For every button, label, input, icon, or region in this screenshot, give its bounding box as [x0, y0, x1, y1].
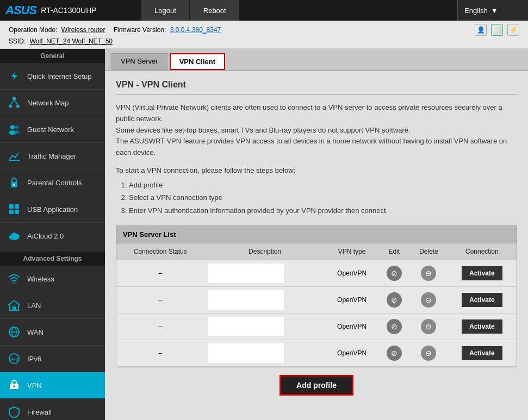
svg-point-20 — [11, 233, 17, 238]
edit-button-1[interactable]: ⊘ — [387, 292, 402, 308]
cloud-icon — [7, 228, 22, 243]
connection-cell-3[interactable]: Activate — [448, 340, 517, 367]
th-delete: Delete — [410, 243, 448, 260]
vpn-server-list: VPN Server List Connection Status Descri… — [116, 225, 517, 367]
delete-button-1[interactable]: ⊖ — [421, 292, 436, 308]
sidebar-item-wan[interactable]: WAN — [0, 319, 105, 346]
sidebar-label-wan: WAN — [27, 328, 44, 336]
info-icons: 👤 ⬜ ⚡ — [475, 24, 519, 36]
sidebar-item-guest-network[interactable]: Guest Network — [0, 116, 105, 143]
sidebar-label-traffic-manager: Traffic Manager — [27, 152, 76, 160]
network-status-icon[interactable]: ⬜ — [491, 24, 503, 36]
tab-bar: VPN Server VPN Client — [105, 49, 528, 71]
th-connection-status: Connection Status — [116, 243, 204, 260]
svg-point-6 — [10, 125, 15, 129]
sidebar-label-network-map: Network Map — [27, 99, 69, 107]
advanced-section-title: Advanced Settings — [0, 252, 105, 266]
svg-text:IPv6: IPv6 — [10, 358, 18, 361]
edit-button-0[interactable]: ⊘ — [387, 266, 402, 281]
activate-button-1[interactable]: Activate — [462, 293, 502, 307]
language-label: English — [464, 7, 488, 15]
description-cell-2[interactable] — [204, 314, 326, 340]
sidebar-item-ipv6[interactable]: IPv6 IPv6 — [0, 346, 105, 372]
description-cell-1[interactable] — [204, 287, 326, 314]
logo-area: ASUS RT-AC1300UHP — [0, 0, 141, 21]
edit-button-3[interactable]: ⊘ — [387, 346, 402, 361]
asus-logo: ASUS — [5, 3, 36, 17]
svg-rect-13 — [9, 204, 14, 209]
edit-cell-1[interactable]: ⊘ — [378, 287, 411, 314]
delete-cell-3[interactable]: ⊖ — [410, 340, 448, 367]
vpn-type-cell-2: OpenVPN — [326, 314, 378, 340]
delete-button-0[interactable]: ⊖ — [421, 266, 436, 281]
delete-button-3[interactable]: ⊖ — [421, 346, 436, 361]
delete-cell-2[interactable]: ⊖ — [410, 314, 448, 340]
sidebar-item-vpn[interactable]: VPN — [0, 372, 105, 399]
usb-icon[interactable]: ⚡ — [507, 24, 519, 36]
model-name: RT-AC1300UHP — [41, 6, 96, 15]
svg-point-9 — [14, 130, 20, 134]
edit-button-2[interactable]: ⊘ — [387, 319, 402, 334]
connection-cell-1[interactable]: Activate — [448, 287, 517, 314]
network-icon — [7, 95, 22, 110]
activate-button-3[interactable]: Activate — [462, 346, 502, 360]
delete-cell-0[interactable]: ⊖ — [410, 260, 448, 287]
tab-vpn-client[interactable]: VPN Client — [170, 53, 225, 70]
status-cell-3: – — [116, 340, 204, 367]
vpn-type-cell-1: OpenVPN — [326, 287, 378, 314]
sidebar-item-network-map[interactable]: Network Map — [0, 90, 105, 116]
table-header-row: Connection Status Description VPN type E… — [116, 243, 517, 260]
sidebar-item-lan[interactable]: LAN — [0, 292, 105, 319]
svg-point-21 — [14, 283, 15, 284]
ipv6-icon: IPv6 — [7, 351, 22, 366]
description-cell-3[interactable] — [204, 340, 326, 367]
activate-button-0[interactable]: Activate — [462, 266, 502, 280]
page-title: VPN - VPN Client — [116, 80, 517, 95]
operation-mode-label: Operation Mode: — [9, 26, 57, 34]
vpn-table-title: VPN Server List — [116, 226, 517, 243]
sidebar-item-firewall[interactable]: Firewall — [0, 399, 105, 420]
connection-cell-2[interactable]: Activate — [448, 314, 517, 340]
edit-cell-3[interactable]: ⊘ — [378, 340, 411, 367]
sidebar-item-traffic-manager[interactable]: Traffic Manager — [0, 143, 105, 170]
sidebar-item-usb-application[interactable]: USB Application — [0, 196, 105, 223]
add-profile-button[interactable]: Add profile — [279, 375, 353, 396]
delete-button-2[interactable]: ⊖ — [421, 319, 436, 334]
steps-list: Add profile Select a VPN connection type… — [116, 179, 517, 217]
activate-button-2[interactable]: Activate — [462, 319, 502, 334]
description-cell-0[interactable] — [204, 260, 326, 287]
reboot-button[interactable]: Reboot — [190, 0, 239, 21]
svg-rect-15 — [9, 210, 14, 214]
vpn-type-cell-0: OpenVPN — [326, 260, 378, 287]
sidebar-item-wireless[interactable]: Wireless — [0, 266, 105, 292]
edit-cell-0[interactable]: ⊘ — [378, 260, 411, 287]
sidebar-item-aicloud[interactable]: AiCloud 2.0 — [0, 223, 105, 249]
sidebar-label-wireless: Wireless — [27, 275, 54, 283]
logout-button[interactable]: Logout — [141, 0, 189, 21]
edit-cell-2[interactable]: ⊘ — [378, 314, 411, 340]
sidebar-label-firewall: Firewall — [27, 408, 52, 416]
firmware-label: Firmware Version: — [114, 26, 166, 34]
user-icon[interactable]: 👤 — [475, 24, 487, 36]
svg-rect-2 — [9, 105, 12, 108]
globe-icon — [7, 324, 22, 340]
svg-marker-10 — [9, 160, 20, 161]
th-edit: Edit — [378, 243, 411, 260]
language-selector[interactable]: English ▼ — [457, 0, 528, 21]
tab-vpn-server[interactable]: VPN Server — [111, 53, 167, 70]
people-icon — [7, 122, 22, 137]
th-connection: Connection — [448, 243, 517, 260]
content-area: VPN Server VPN Client VPN - VPN Client V… — [105, 49, 528, 420]
vpn-table: Connection Status Description VPN type E… — [116, 243, 517, 367]
status-cell-1: – — [116, 287, 204, 314]
sidebar-item-quick-internet-setup[interactable]: Quick Internet Setup — [0, 63, 105, 90]
delete-cell-1[interactable]: ⊖ — [410, 287, 448, 314]
steps-intro: To start a VPN connection, please follow… — [116, 166, 517, 174]
table-row: – OpenVPN ⊘ ⊖ Activate — [116, 260, 517, 287]
description-line-2: Some devices like set-top boxes, smart T… — [116, 125, 517, 136]
sidebar-item-parental-controls[interactable]: Parental Controls — [0, 170, 105, 196]
puzzle-icon — [7, 202, 22, 217]
connection-cell-0[interactable]: Activate — [448, 260, 517, 287]
th-description: Description — [204, 243, 326, 260]
svg-line-5 — [14, 100, 18, 105]
